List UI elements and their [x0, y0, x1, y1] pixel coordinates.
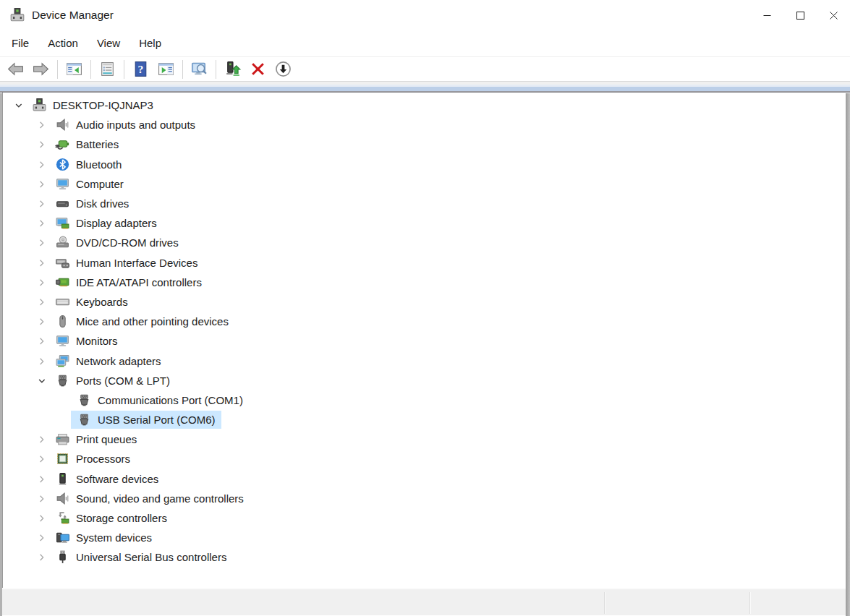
- scan-hardware-changes-button[interactable]: [187, 58, 211, 81]
- chevron-collapsed-icon[interactable]: [33, 275, 49, 289]
- tree-item-label: Disk drives: [76, 197, 129, 210]
- tree-item-monitors[interactable]: Monitors: [3, 331, 846, 351]
- tree-item-desktop-iqjnap3[interactable]: DESKTOP-IQJNAP3: [3, 95, 846, 115]
- tree-item-label: Computer: [76, 178, 124, 190]
- chevron-collapsed-icon[interactable]: [33, 294, 49, 309]
- tree-item-processors[interactable]: Processors: [3, 449, 846, 469]
- chevron-collapsed-icon[interactable]: [33, 255, 49, 270]
- tree-item-label: IDE ATA/ATAPI controllers: [76, 276, 202, 288]
- help-button[interactable]: [129, 58, 153, 81]
- chevron-collapsed-icon[interactable]: [33, 550, 49, 565]
- tree-item-label: Monitors: [76, 335, 118, 347]
- tree-item-software-devices[interactable]: Software devices: [3, 469, 846, 489]
- window-border-right: [846, 93, 850, 616]
- tree-item-human-interface-devices[interactable]: Human Interface Devices: [3, 253, 846, 273]
- tree-item-label: Sound, video and game controllers: [76, 492, 244, 505]
- tree-item-label: DESKTOP-IQJNAP3: [53, 99, 153, 111]
- tree-item-system-devices[interactable]: System devices: [3, 528, 846, 547]
- minimize-button[interactable]: [750, 0, 783, 30]
- forward-icon: [32, 60, 50, 78]
- tree-item-storage-controllers[interactable]: Storage controllers: [3, 508, 846, 528]
- uninstall-device-button[interactable]: [246, 58, 270, 81]
- chevron-collapsed-icon[interactable]: [33, 176, 49, 191]
- tree-item-mice-and-other-pointing-devices[interactable]: Mice and other pointing devices: [3, 312, 846, 331]
- chevron-expanded-icon[interactable]: [33, 373, 49, 388]
- disable-device-button[interactable]: [271, 58, 295, 81]
- menu-view[interactable]: View: [88, 30, 129, 56]
- computer-icon: [55, 333, 70, 348]
- tree-item-universal-serial-bus-controllers[interactable]: Universal Serial Bus controllers: [3, 547, 846, 567]
- chevron-collapsed-icon[interactable]: [33, 137, 49, 152]
- chevron-collapsed-icon[interactable]: [33, 236, 49, 250]
- chevron-collapsed-icon[interactable]: [33, 511, 49, 526]
- display-icon: [55, 215, 70, 231]
- chevron-collapsed-icon[interactable]: [33, 432, 49, 447]
- status-section-middle: [605, 589, 749, 615]
- device-tree: DESKTOP-IQJNAP3Audio inputs and outputsB…: [3, 93, 846, 568]
- update-driver-icon: [224, 60, 242, 78]
- forward-button[interactable]: [29, 58, 53, 81]
- chevron-collapsed-icon[interactable]: [33, 315, 49, 329]
- printer-icon: [55, 432, 70, 447]
- chevron-collapsed-icon[interactable]: [33, 157, 49, 171]
- tree-item-label: Processors: [76, 453, 130, 465]
- properties-icon: [98, 60, 116, 78]
- tree-item-label: Communications Port (COM1): [98, 394, 243, 406]
- pane-split-band: [0, 82, 850, 93]
- network-icon: [55, 354, 70, 369]
- chevron-collapsed-icon[interactable]: [33, 118, 49, 132]
- tree-item-sound-video-and-game-controllers[interactable]: Sound, video and game controllers: [3, 489, 846, 508]
- tree-item-batteries[interactable]: Batteries: [3, 134, 846, 154]
- tree-item-usb-serial-port-com6[interactable]: USB Serial Port (COM6): [3, 410, 846, 429]
- properties-button[interactable]: [95, 58, 119, 81]
- storage-icon: [55, 510, 70, 526]
- menu-file[interactable]: File: [2, 30, 38, 56]
- tree-item-computer[interactable]: Computer: [3, 174, 846, 194]
- window-title: Device Manager: [32, 9, 114, 22]
- status-section-right: [751, 589, 846, 615]
- title-bar: Device Manager: [0, 0, 850, 30]
- tree-item-dvd-cd-rom-drives[interactable]: DVD/CD-ROM drives: [3, 233, 846, 252]
- toolbar-separator: [57, 60, 58, 79]
- chevron-collapsed-icon[interactable]: [33, 531, 49, 545]
- disk-icon: [55, 196, 70, 211]
- status-bar: [2, 588, 846, 615]
- chevron-collapsed-icon[interactable]: [33, 334, 49, 348]
- chevron-expanded-icon[interactable]: [10, 98, 26, 113]
- device-manager-window: Device Manager File Action View Help: [0, 0, 850, 616]
- back-button[interactable]: [4, 58, 27, 81]
- tree-item-label: System devices: [76, 531, 152, 544]
- tree-item-bluetooth[interactable]: Bluetooth: [3, 155, 846, 174]
- show-action-pane-button[interactable]: [154, 58, 178, 81]
- tree-item-audio-inputs-and-outputs[interactable]: Audio inputs and outputs: [3, 115, 846, 134]
- tree-item-ports-com-lpt[interactable]: Ports (COM & LPT): [3, 371, 846, 390]
- chevron-collapsed-icon[interactable]: [33, 471, 49, 486]
- show-console-tree-button[interactable]: [62, 58, 86, 81]
- computer-root-icon: [32, 98, 47, 113]
- chevron-collapsed-icon[interactable]: [33, 216, 49, 231]
- tree-item-ide-ata-atapi-controllers[interactable]: IDE ATA/ATAPI controllers: [3, 273, 846, 292]
- window-border-left: [0, 93, 2, 616]
- tree-item-communications-port-com1[interactable]: Communications Port (COM1): [3, 390, 846, 410]
- chevron-collapsed-icon[interactable]: [33, 491, 49, 505]
- tree-item-label: USB Serial Port (COM6): [98, 414, 216, 426]
- tree-item-print-queues[interactable]: Print queues: [3, 429, 846, 449]
- menu-help[interactable]: Help: [129, 30, 171, 56]
- tree-item-display-adapters[interactable]: Display adapters: [3, 213, 846, 233]
- tree-item-label: Storage controllers: [76, 512, 167, 524]
- update-driver-button[interactable]: [221, 58, 245, 81]
- tree-item-keyboards[interactable]: Keyboards: [3, 292, 846, 312]
- audio-icon: [55, 491, 70, 506]
- menu-action[interactable]: Action: [38, 30, 88, 56]
- maximize-button[interactable]: [783, 0, 817, 30]
- tree-item-network-adapters[interactable]: Network adapters: [3, 351, 846, 370]
- tree-item-disk-drives[interactable]: Disk drives: [3, 194, 846, 213]
- chevron-collapsed-icon[interactable]: [33, 452, 49, 466]
- chevron-collapsed-icon[interactable]: [33, 354, 49, 368]
- help-icon: [132, 60, 150, 78]
- close-button[interactable]: [817, 0, 850, 30]
- chevron-collapsed-icon[interactable]: [33, 197, 49, 211]
- mouse-icon: [55, 314, 70, 329]
- software-icon: [55, 471, 70, 487]
- serial-icon: [77, 393, 92, 408]
